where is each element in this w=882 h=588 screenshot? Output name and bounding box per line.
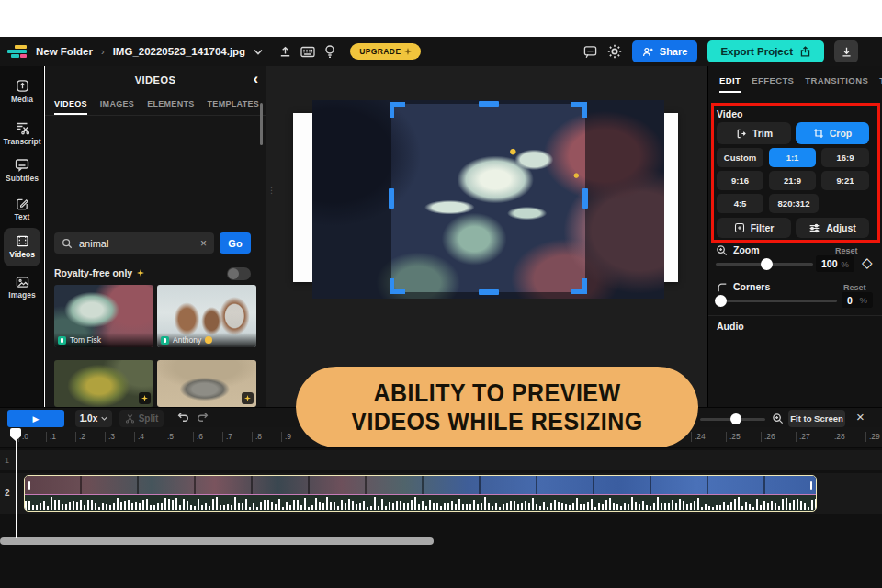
ratio-1-1[interactable]: 1:1 — [769, 148, 816, 167]
track-number: 1 — [5, 456, 9, 465]
tab-edit[interactable]: EDIT — [719, 75, 741, 93]
tab-templates[interactable]: TEMPLATES — [208, 99, 260, 115]
undo-icon[interactable] — [176, 411, 189, 423]
ruler-tick: :7 — [222, 432, 232, 442]
corners-reset-button[interactable]: Reset — [843, 283, 866, 292]
breadcrumb-folder[interactable]: New Folder — [36, 46, 93, 57]
redo-icon[interactable] — [197, 411, 209, 423]
export-label: Export Project — [720, 46, 793, 57]
add-person-icon — [642, 46, 654, 58]
zoom-slider-thumb[interactable] — [761, 258, 773, 270]
ratio-4-5[interactable]: 4:5 — [717, 194, 763, 213]
suggestions-bulb-icon[interactable] — [323, 44, 336, 59]
ratio-21-9[interactable]: 21:9 — [769, 171, 816, 190]
ratio-custom[interactable]: Custom — [717, 148, 763, 167]
close-timeline-icon[interactable]: × — [856, 409, 865, 424]
sidebar-item-videos[interactable]: Videos — [0, 234, 44, 259]
sidebar-item-media[interactable]: Media — [0, 79, 44, 104]
zoom-magnifier-icon — [716, 244, 728, 256]
settings-gear-icon[interactable] — [607, 44, 622, 59]
crop-handle-top[interactable] — [479, 101, 499, 107]
horizontal-scrollbar[interactable] — [0, 537, 434, 545]
download-button[interactable] — [834, 40, 858, 62]
crop-handle-bottom[interactable] — [479, 289, 499, 295]
chevron-down-icon — [101, 416, 107, 421]
timeline-zoom-slider[interactable] — [700, 418, 765, 421]
track-number: 2 — [5, 488, 10, 498]
filter-button[interactable]: Filter — [717, 218, 791, 238]
sidebar-item-transcript[interactable]: Transcript — [0, 120, 44, 146]
zoom-reset-button[interactable]: Reset — [835, 246, 858, 255]
crop-handle-bottom-right[interactable] — [571, 278, 587, 294]
tab-images[interactable]: IMAGES — [100, 99, 134, 115]
trim-button[interactable]: Trim — [717, 122, 791, 144]
premium-badge — [139, 392, 151, 404]
inspector-tabs: EDIT EFFECTS TRANSITIONS TIMING — [719, 75, 882, 93]
corners-value-box[interactable]: 0 % — [842, 292, 873, 308]
crop-handle-right[interactable] — [582, 188, 588, 209]
diamond-mask-icon[interactable]: ◇ — [862, 254, 873, 271]
search-input[interactable]: animal × — [54, 232, 214, 254]
crop-selection[interactable] — [391, 104, 585, 292]
crop-handle-left[interactable] — [389, 188, 394, 209]
corners-label: Corners — [733, 281, 770, 292]
sidebar-item-subtitles[interactable]: Subtitles — [0, 158, 44, 183]
adjust-button[interactable]: Adjust — [796, 218, 869, 238]
video-result-thumbnail[interactable] — [54, 360, 153, 407]
ratio-9-21[interactable]: 9:21 — [821, 171, 869, 190]
subtitles-icon — [15, 158, 29, 172]
play-button[interactable]: ▶ — [7, 410, 64, 427]
corners-slider[interactable] — [716, 300, 837, 302]
timeline-track-2[interactable]: 2 — [0, 473, 882, 514]
tab-videos[interactable]: VIDEOS — [54, 99, 87, 115]
ratio-16-9[interactable]: 16:9 — [821, 148, 869, 167]
upload-icon[interactable] — [278, 45, 292, 59]
playback-speed-button[interactable]: 1.0x — [75, 410, 112, 427]
clear-search-icon[interactable]: × — [200, 237, 207, 250]
crop-handle-top-left[interactable] — [390, 102, 405, 118]
split-button[interactable]: Split — [119, 410, 164, 427]
fit-to-screen-button[interactable]: Fit to Screen — [788, 410, 845, 427]
playhead-line[interactable] — [16, 428, 17, 538]
clip-start-handle[interactable] — [28, 481, 30, 490]
clip-end-handle[interactable] — [810, 481, 812, 490]
video-layer[interactable] — [312, 100, 664, 299]
trim-icon — [735, 128, 747, 140]
sidebar-item-text[interactable]: Text — [0, 197, 44, 221]
ratio-9-16[interactable]: 9:16 — [717, 171, 763, 190]
comments-icon[interactable] — [583, 45, 597, 59]
video-result-thumbnail[interactable]: Tom Fisk — [54, 285, 153, 347]
sidebar-item-images[interactable]: Images — [0, 276, 44, 300]
zoom-slider[interactable] — [716, 263, 813, 266]
tab-elements[interactable]: ELEMENTS — [147, 99, 194, 115]
video-result-thumbnail[interactable] — [157, 360, 256, 407]
panel-scrollbar[interactable] — [260, 103, 263, 145]
timeline-zoom-thumb[interactable] — [730, 413, 741, 424]
crop-handle-bottom-left[interactable] — [390, 278, 405, 294]
upgrade-button[interactable]: UPGRADE — [350, 43, 421, 60]
crop-handle-top-right[interactable] — [571, 102, 587, 118]
chevron-down-icon[interactable] — [254, 49, 263, 55]
preview-canvas-area: ⋮ — [266, 66, 707, 407]
corners-slider-thumb[interactable] — [715, 295, 727, 307]
keyboard-shortcuts-icon[interactable] — [300, 46, 315, 58]
video-clip[interactable] — [24, 475, 817, 512]
timeline-zoom-icon[interactable] — [772, 413, 784, 424]
tab-effects[interactable]: EFFECTS — [752, 75, 794, 93]
video-result-thumbnail[interactable]: Anthony — [157, 285, 256, 347]
ruler-tick: :8 — [252, 432, 262, 442]
export-project-button[interactable]: Export Project — [707, 40, 824, 62]
ratio-820-312[interactable]: 820:312 — [769, 194, 819, 213]
search-go-button[interactable]: Go — [220, 232, 251, 254]
panel-resize-handle[interactable]: ⋮ — [267, 188, 271, 192]
author-name: Tom Fisk — [70, 335, 101, 345]
royalty-free-toggle[interactable] — [227, 267, 251, 280]
app-logo[interactable] — [7, 45, 28, 58]
tab-transitions[interactable]: TRANSITIONS — [805, 75, 868, 93]
zoom-value-box[interactable]: 100 % — [816, 255, 854, 272]
upgrade-label: UPGRADE — [359, 47, 401, 56]
crop-button[interactable]: Crop — [796, 122, 869, 144]
share-button[interactable]: Share — [632, 40, 698, 62]
collapse-panel-icon[interactable]: ‹ — [254, 71, 258, 87]
timeline-track-1[interactable]: 1 — [0, 450, 882, 470]
